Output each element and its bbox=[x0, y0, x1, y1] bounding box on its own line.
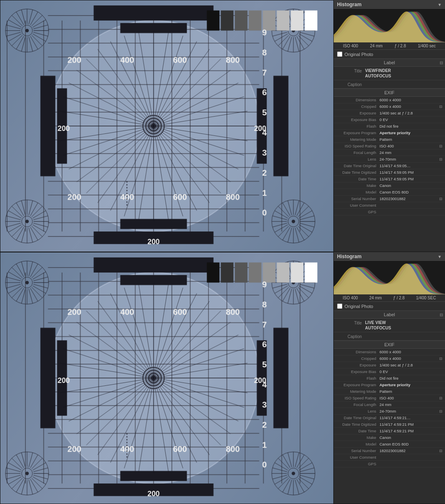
exif-value: 11/4/17 4:59:05… bbox=[379, 163, 443, 168]
top-histogram-header: Histogram ▼ bbox=[334, 0, 445, 9]
bottom-original-photo-checkbox[interactable] bbox=[337, 303, 342, 309]
exif-key: Flash bbox=[336, 376, 379, 380]
exif-row: Exposure1/400 sec at ƒ / 2.8 bbox=[334, 362, 445, 369]
top-label-title-value: VIEWFINDERAUTOFOCUS bbox=[365, 68, 443, 79]
exif-expand-btn[interactable]: ⊟ bbox=[439, 409, 443, 413]
bottom-histogram-info: ISO 400 24 mm ƒ / 2.8 1/400 SEC bbox=[334, 294, 445, 302]
exif-expand-btn[interactable]: ⊟ bbox=[439, 105, 443, 109]
exif-expand-btn[interactable]: ⊟ bbox=[439, 144, 443, 148]
exif-row: Serial Number182023001882⊟ bbox=[334, 448, 445, 454]
exif-row: Dimensions6000 x 4000 bbox=[334, 349, 445, 355]
exif-value: 6000 x 4000 bbox=[379, 104, 438, 109]
top-label-caption-row: Caption bbox=[334, 80, 445, 89]
exif-row: Date Time11/4/17 4:59:21 PM bbox=[334, 428, 445, 434]
exif-row: Date Time Original11/4/17 4:59:21… bbox=[334, 415, 445, 421]
exif-value: Pattern bbox=[379, 389, 443, 394]
exif-row: ModelCanon EOS 80D bbox=[334, 441, 445, 448]
exif-expand-btn[interactable]: ⊟ bbox=[439, 157, 443, 161]
top-exif-section: EXIF Dimensions6000 x 4000Cropped6000 x … bbox=[334, 89, 445, 252]
exif-key: Date Time bbox=[336, 429, 379, 433]
exif-key: Metering Mode bbox=[336, 137, 379, 142]
top-original-photo-checkbox[interactable] bbox=[337, 51, 342, 57]
exif-expand-btn[interactable]: ⊟ bbox=[439, 197, 443, 201]
bottom-label-title-row: Title LIVE VIEWAUTOFOCUS bbox=[334, 319, 445, 332]
bottom-label-caption-row: Caption bbox=[334, 332, 445, 341]
exif-key: User Comment bbox=[336, 455, 379, 460]
exif-key: GPS bbox=[336, 462, 379, 466]
exif-value: Pattern bbox=[379, 137, 443, 142]
top-original-photo-label[interactable]: Original Photo bbox=[344, 52, 373, 57]
bottom-hist-aperture: ƒ / 2.8 bbox=[393, 296, 405, 300]
bottom-label-title-value: LIVE VIEWAUTOFOCUS bbox=[365, 320, 443, 331]
exif-row: Date Time Digitized11/4/17 4:59:21 PM bbox=[334, 421, 445, 428]
top-histogram-info: ISO 400 24 mm ƒ / 2.8 1/400 sec bbox=[334, 42, 445, 50]
exif-value: ISO 400 bbox=[379, 396, 438, 400]
exif-row: Date Time Original11/4/17 4:59:05… bbox=[334, 163, 445, 169]
top-hist-aperture: ƒ / 2.8 bbox=[394, 44, 406, 48]
top-label-title-key: Title bbox=[336, 68, 365, 73]
exif-row: ISO Speed RatingISO 400⊟ bbox=[334, 395, 445, 401]
bottom-right-section: Histogram ▼ ISO 400 24 mm ƒ / 2.8 1/400 … bbox=[334, 252, 445, 504]
exif-key: Date Time bbox=[336, 177, 379, 181]
bottom-hist-shutter: 1/400 SEC bbox=[416, 296, 436, 300]
bottom-original-photo-row: Original Photo bbox=[334, 302, 445, 311]
exif-row: Exposure ProgramAperture priority bbox=[334, 130, 445, 136]
exif-key: User Comment bbox=[336, 203, 379, 208]
exif-value: 182023001882 bbox=[379, 196, 438, 201]
exif-value: 11/4/17 4:59:21… bbox=[379, 415, 443, 420]
exif-key: Dimensions bbox=[336, 350, 379, 354]
exif-key: Serial Number bbox=[336, 196, 379, 201]
top-hist-iso: ISO 400 bbox=[343, 44, 358, 48]
exif-row: User Comment bbox=[334, 202, 445, 209]
exif-row: Date Time Digitized11/4/17 4:59:05 PM bbox=[334, 169, 445, 176]
exif-value: Aperture priority bbox=[379, 131, 443, 135]
exif-value: ISO 400 bbox=[379, 144, 438, 148]
exif-key: Dimensions bbox=[336, 98, 379, 102]
exif-row: MakeCanon bbox=[334, 182, 445, 189]
exif-value: 11/4/17 4:59:21 PM bbox=[379, 422, 443, 427]
exif-row: ModelCanon EOS 80D bbox=[334, 189, 445, 196]
exif-key: Focal Length bbox=[336, 150, 379, 155]
exif-expand-btn[interactable]: ⊟ bbox=[439, 449, 443, 453]
exif-row: Serial Number182023001882⊟ bbox=[334, 196, 445, 202]
exif-row: MakeCanon bbox=[334, 434, 445, 441]
exif-key: Exposure Program bbox=[336, 383, 379, 387]
exif-row: Exposure Bias0 EV bbox=[334, 117, 445, 123]
bottom-exif-header: EXIF bbox=[334, 341, 445, 349]
bottom-hist-focal: 24 mm bbox=[369, 296, 382, 300]
exif-row: Exposure ProgramAperture priority bbox=[334, 382, 445, 388]
exif-value: 6000 x 4000 bbox=[379, 356, 438, 361]
exif-key: Exposure Program bbox=[336, 131, 379, 135]
exif-key: Serial Number bbox=[336, 448, 379, 453]
exif-expand-btn[interactable]: ⊟ bbox=[439, 357, 443, 361]
exif-key: Date Time Digitized bbox=[336, 170, 379, 175]
exif-key: Focal Length bbox=[336, 402, 379, 407]
exif-row: User Comment bbox=[334, 454, 445, 461]
top-label-header-btn[interactable]: ⊟ bbox=[440, 61, 443, 65]
exif-key: Exposure bbox=[336, 111, 379, 115]
top-hist-focal: 24 mm bbox=[370, 44, 383, 48]
exif-value: 182023001882 bbox=[379, 448, 438, 453]
exif-value: 6000 x 4000 bbox=[379, 350, 443, 354]
exif-value: 11/4/17 4:59:21 PM bbox=[379, 429, 443, 433]
exif-key: Lens bbox=[336, 409, 379, 413]
top-right-section: Histogram ▼ ISO 400 24 mm ƒ / 2.8 1/400 … bbox=[334, 0, 445, 252]
top-histogram-arrow[interactable]: ▼ bbox=[438, 2, 442, 7]
exif-value: 24 mm bbox=[379, 402, 443, 407]
exif-row: Cropped6000 x 4000⊟ bbox=[334, 355, 445, 362]
exif-key: Date Time Digitized bbox=[336, 422, 379, 427]
exif-value: Aperture priority bbox=[379, 383, 443, 387]
exif-value: 0 EV bbox=[379, 369, 443, 374]
exif-row: Date Time11/4/17 4:59:05 PM bbox=[334, 176, 445, 182]
photos-panel bbox=[0, 0, 334, 504]
exif-expand-btn[interactable]: ⊟ bbox=[439, 396, 443, 400]
exif-key: Exposure Bias bbox=[336, 369, 379, 374]
bottom-histogram-arrow[interactable]: ▼ bbox=[438, 254, 442, 259]
bottom-original-photo-label[interactable]: Original Photo bbox=[344, 304, 373, 309]
bottom-label-header-btn[interactable]: ⊟ bbox=[440, 313, 443, 317]
top-exif-header: EXIF bbox=[334, 89, 445, 97]
bottom-label-title-key: Title bbox=[336, 320, 365, 325]
exif-value: Canon bbox=[379, 435, 443, 440]
exif-row: Dimensions6000 x 4000 bbox=[334, 97, 445, 103]
exif-key: ISO Speed Rating bbox=[336, 396, 379, 400]
